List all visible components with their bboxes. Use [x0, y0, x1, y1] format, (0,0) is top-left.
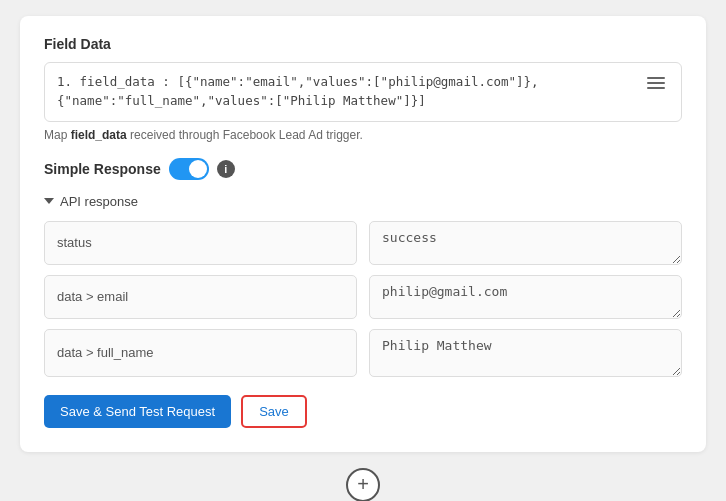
send-test-button[interactable]: Save & Send Test Request [44, 395, 231, 428]
key-input-2[interactable] [44, 275, 357, 319]
main-card: Field Data 1. field_data : [{"name":"ema… [20, 16, 706, 452]
table-row: philip@gmail.com [44, 275, 682, 319]
field-data-text: 1. field_data : [{"name":"email","values… [57, 73, 635, 111]
response-rows: success philip@gmail.com Philip Matthew [44, 221, 682, 377]
map-hint: Map field_data received through Facebook… [44, 128, 682, 142]
field-data-box: 1. field_data : [{"name":"email","values… [44, 62, 682, 122]
api-response-label: API response [60, 194, 138, 209]
chevron-down-icon[interactable] [44, 198, 54, 204]
code-line2: {"name":"full_name","values":["Philip Ma… [57, 93, 426, 108]
field-data-title: Field Data [44, 36, 682, 52]
value-input-2[interactable]: philip@gmail.com [369, 275, 682, 319]
value-input-1[interactable]: success [369, 221, 682, 265]
add-circle-button[interactable]: + [346, 468, 380, 502]
page-wrapper: Field Data 1. field_data : [{"name":"ema… [0, 0, 726, 501]
table-row: Philip Matthew [44, 329, 682, 377]
key-input-1[interactable] [44, 221, 357, 265]
action-buttons: Save & Send Test Request Save [44, 395, 682, 428]
menu-bar-3 [647, 87, 665, 89]
menu-icon-button[interactable] [643, 75, 669, 91]
value-input-3[interactable]: Philip Matthew [369, 329, 682, 377]
menu-bar-1 [647, 77, 665, 79]
map-hint-suffix: received through Facebook Lead Ad trigge… [127, 128, 363, 142]
key-input-3[interactable] [44, 329, 357, 377]
code-line1: 1. field_data : [{"name":"email","values… [57, 74, 539, 89]
save-button[interactable]: Save [241, 395, 307, 428]
simple-response-toggle[interactable] [169, 158, 209, 180]
simple-response-row: Simple Response i [44, 158, 682, 180]
info-icon[interactable]: i [217, 160, 235, 178]
map-hint-field: field_data [71, 128, 127, 142]
add-button-row: + [0, 468, 726, 502]
simple-response-label: Simple Response [44, 161, 161, 177]
api-response-header: API response [44, 194, 682, 209]
menu-bar-2 [647, 82, 665, 84]
table-row: success [44, 221, 682, 265]
map-hint-prefix: Map [44, 128, 71, 142]
